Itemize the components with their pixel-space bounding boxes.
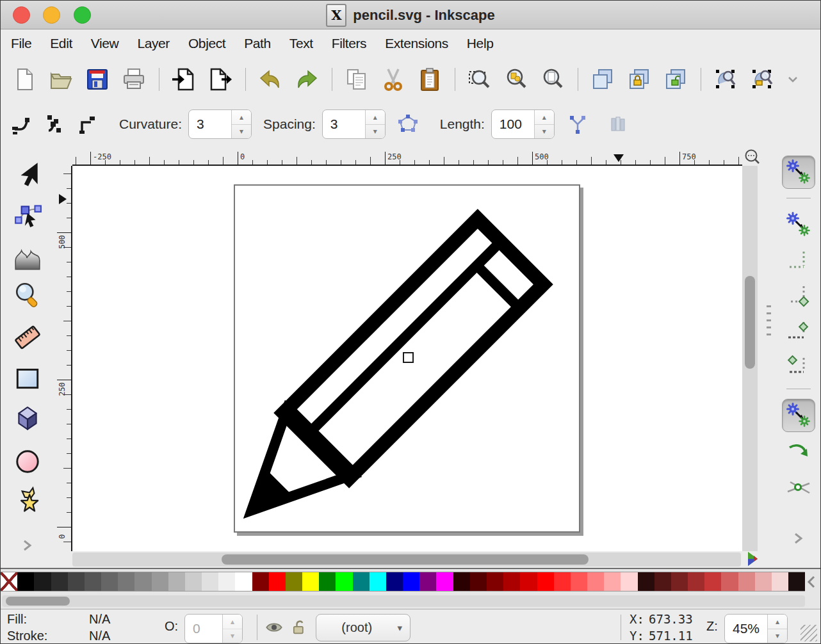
palette-swatch[interactable] xyxy=(218,572,235,591)
paste-button[interactable] xyxy=(415,64,444,95)
box3d-tool-button[interactable] xyxy=(10,401,45,436)
palette-swatch[interactable] xyxy=(704,572,721,591)
connector-avoid-button[interactable] xyxy=(10,109,35,140)
unlink-clone-button[interactable] xyxy=(661,64,690,95)
palette-swatch[interactable] xyxy=(436,572,453,591)
menu-text[interactable]: Text xyxy=(289,36,313,51)
curvature-stepper[interactable]: ▴▾ xyxy=(231,110,251,138)
connector-orthogonal-button[interactable] xyxy=(75,109,101,140)
layer-visibility-toggle[interactable] xyxy=(264,618,284,636)
selection-handle[interactable] xyxy=(403,352,414,363)
window-resize-grip[interactable] xyxy=(801,625,817,641)
palette-swatch[interactable] xyxy=(738,572,755,591)
palette-swatch[interactable] xyxy=(755,572,772,591)
zoom-page-button[interactable] xyxy=(538,64,567,95)
snap-nodes-button[interactable] xyxy=(782,399,815,432)
palette-swatch[interactable] xyxy=(419,572,436,591)
palette-swatch[interactable] xyxy=(453,572,470,591)
tweak-tool-button[interactable] xyxy=(10,240,45,275)
ruler-corner-zoom-icon[interactable] xyxy=(744,148,761,166)
palette-swatch[interactable] xyxy=(152,572,168,591)
opacity-spinbox[interactable]: 0 ▴▾ xyxy=(184,614,243,643)
zoom-drawing-button[interactable] xyxy=(501,64,531,95)
palette-swatch[interactable] xyxy=(17,572,34,591)
palette-swatch[interactable] xyxy=(202,572,218,591)
edit-preferences-button[interactable] xyxy=(747,64,777,95)
menu-object[interactable]: Object xyxy=(188,36,225,51)
palette-swatch-none[interactable] xyxy=(1,572,17,591)
connector-ignore-button[interactable] xyxy=(42,109,68,140)
color-managed-display-icon[interactable] xyxy=(744,550,761,568)
palette-swatch[interactable] xyxy=(235,572,252,591)
palette-swatch[interactable] xyxy=(101,572,118,591)
layer-lock-toggle[interactable] xyxy=(290,618,309,636)
horizontal-ruler[interactable]: -2500250500750 xyxy=(72,152,742,166)
new-document-button[interactable] xyxy=(10,64,39,95)
canvas[interactable] xyxy=(72,166,742,551)
palette-swatch[interactable] xyxy=(537,572,554,591)
copy-button[interactable] xyxy=(342,64,371,95)
step-up-icon[interactable]: ▴ xyxy=(223,615,242,629)
palette-swatch[interactable] xyxy=(638,572,654,591)
layer-selector-dropdown[interactable]: (root) ▾ xyxy=(316,614,410,641)
measure-tool-button[interactable] xyxy=(10,320,45,355)
spacing-spinbox[interactable]: 3 ▴▾ xyxy=(322,109,386,139)
find-objects-button[interactable] xyxy=(711,64,740,95)
rectangle-tool-button[interactable] xyxy=(10,361,45,396)
menu-filters[interactable]: Filters xyxy=(332,36,366,51)
palette-swatch[interactable] xyxy=(302,572,319,591)
menu-help[interactable]: Help xyxy=(467,36,494,51)
redo-button[interactable] xyxy=(292,64,321,95)
undo-button[interactable] xyxy=(256,64,285,95)
palette-scrollbar[interactable] xyxy=(2,595,805,607)
enable-snapping-button[interactable] xyxy=(782,156,815,189)
selector-tool-button[interactable] xyxy=(10,157,45,191)
step-down-icon[interactable]: ▾ xyxy=(768,629,787,643)
vertical-scrollbar[interactable] xyxy=(742,166,758,551)
snap-bounding-box-button[interactable] xyxy=(782,208,815,241)
menu-layer[interactable]: Layer xyxy=(137,36,170,51)
palette-swatch[interactable] xyxy=(788,572,805,591)
palette-swatch[interactable] xyxy=(336,572,352,591)
palette-swatch[interactable] xyxy=(604,572,621,591)
palette-swatch[interactable] xyxy=(721,572,738,591)
arrange-network-button[interactable] xyxy=(394,109,421,140)
snapbar-expander-button[interactable] xyxy=(782,522,815,555)
palette-swatch[interactable] xyxy=(370,572,386,591)
palette-swatch[interactable] xyxy=(386,572,403,591)
palette-swatch[interactable] xyxy=(286,572,302,591)
palette-swatch[interactable] xyxy=(772,572,788,591)
vertical-ruler[interactable]: 5002500 xyxy=(57,166,72,551)
length-value[interactable]: 100 xyxy=(492,110,534,138)
step-down-icon[interactable]: ▾ xyxy=(535,125,554,139)
zoom-selection-button[interactable] xyxy=(465,64,494,95)
palette-swatch[interactable] xyxy=(571,572,587,591)
palette-scrollbar-thumb[interactable] xyxy=(6,597,70,606)
step-down-icon[interactable]: ▾ xyxy=(232,125,251,139)
import-button[interactable] xyxy=(169,64,199,95)
vertical-scrollbar-thumb[interactable] xyxy=(745,276,755,369)
palette-swatch[interactable] xyxy=(587,572,604,591)
snap-bbox-corners-button[interactable] xyxy=(782,280,815,313)
stroke-value[interactable]: N/A xyxy=(89,627,110,644)
snap-path-intersections-button[interactable] xyxy=(782,471,815,504)
menu-extensions[interactable]: Extensions xyxy=(385,36,448,51)
palette-swatch[interactable] xyxy=(353,572,370,591)
length-stepper[interactable]: ▴▾ xyxy=(534,110,554,138)
print-button[interactable] xyxy=(119,64,149,95)
opacity-value[interactable]: 0 xyxy=(185,615,222,643)
fill-value[interactable]: N/A xyxy=(89,611,110,627)
step-down-icon[interactable]: ▾ xyxy=(366,125,385,139)
palette-swatch[interactable] xyxy=(487,572,503,591)
palette-swatch[interactable] xyxy=(503,572,520,591)
open-document-button[interactable] xyxy=(46,64,76,95)
curvature-spinbox[interactable]: 3 ▴▾ xyxy=(188,109,252,139)
spacing-stepper[interactable]: ▴▾ xyxy=(365,110,385,138)
step-up-icon[interactable]: ▴ xyxy=(535,110,554,125)
palette-swatch[interactable] xyxy=(118,572,134,591)
menu-view[interactable]: View xyxy=(91,36,119,51)
snapbar-splitter-handle[interactable] xyxy=(767,305,771,339)
step-up-icon[interactable]: ▴ xyxy=(768,615,787,629)
node-tool-button[interactable] xyxy=(10,197,45,231)
palette-swatch[interactable] xyxy=(688,572,704,591)
